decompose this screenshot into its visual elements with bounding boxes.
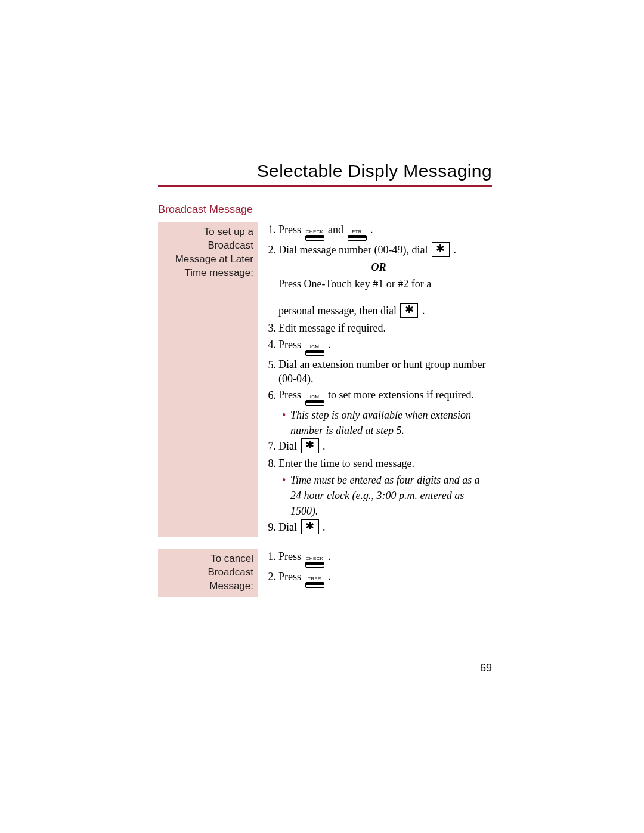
step-text: . — [328, 339, 331, 351]
step-text: . — [422, 305, 425, 317]
icm-button-icon: ICM — [305, 395, 324, 406]
step-text: . — [453, 244, 456, 256]
section-heading: Broadcast Message — [158, 203, 492, 216]
or-label: OR — [265, 259, 492, 275]
ftr-button-icon: FTR — [348, 230, 367, 241]
setup-side-label: To set up a Broadcast Message at Later T… — [158, 222, 258, 537]
step-2-alt-line2: personal message, then dial . — [265, 303, 492, 319]
star-key-icon — [301, 438, 319, 453]
step-number: 9. — [265, 519, 278, 535]
note-text: This step is only available when extensi… — [290, 407, 492, 438]
step-number: 4. — [265, 337, 278, 356]
step-text: Press — [278, 571, 301, 583]
step-text: Enter the time to send message. — [278, 456, 492, 471]
star-key-icon — [432, 242, 450, 257]
page-title: Selectable Disply Messaging — [158, 161, 492, 187]
step-text: . — [323, 440, 326, 452]
step-text: . — [328, 571, 331, 583]
step-8: 8. Enter the time to send message. — [265, 456, 492, 471]
step-number: 1. — [265, 549, 278, 568]
step-3: 3. Edit message if required. — [265, 320, 492, 336]
step-text: Press One-Touch key #1 or #2 for a — [278, 276, 492, 292]
step-text: personal message, then dial — [278, 305, 397, 317]
page-number: 69 — [0, 662, 492, 674]
step-text: Press — [278, 550, 301, 562]
step-7: 7. Dial . — [265, 438, 492, 454]
step-text: Dial — [278, 521, 297, 533]
check-button-icon: CHECK — [305, 556, 324, 568]
step-2-alt-line1: Press One-Touch key #1 or #2 for a — [265, 276, 492, 292]
step-text: to set more extensions if required. — [328, 389, 474, 401]
step-text: Press — [278, 224, 301, 236]
cancel-side-label: To cancel Broadcast Message: — [158, 549, 258, 597]
step-text: Dial — [278, 440, 297, 452]
step-text: Dial message number (00-49), dial — [278, 244, 428, 256]
step-6-note: • This step is only available when exten… — [282, 407, 492, 438]
step-number: 3. — [265, 320, 278, 336]
step-6: 6. Press ICM to set more extensions if r… — [265, 388, 492, 406]
setup-block: To set up a Broadcast Message at Later T… — [158, 222, 492, 537]
star-key-icon — [301, 519, 319, 534]
step-number: 2. — [265, 242, 278, 258]
cancel-step-1: 1. Press CHECK . — [265, 549, 492, 568]
step-text: . — [328, 550, 331, 562]
step-text: Edit message if required. — [278, 320, 492, 336]
step-number: 1. — [265, 222, 278, 241]
step-text: Press — [278, 339, 301, 351]
note-text: Time must be entered as four digits and … — [290, 472, 492, 519]
star-key-icon — [400, 303, 418, 318]
step-9: 9. Dial . — [265, 519, 492, 535]
check-button-icon: CHECK — [305, 230, 324, 241]
trfr-button-icon: TRFR — [305, 577, 324, 588]
step-text: Dial an extension number or hunt group n… — [278, 357, 492, 386]
cancel-step-2: 2. Press TRFR . — [265, 569, 492, 588]
step-number: 7. — [265, 438, 278, 454]
cancel-steps: 1. Press CHECK . 2. Press TRFR . — [258, 549, 492, 597]
step-text: Press — [278, 389, 301, 401]
step-5: 5. Dial an extension number or hunt grou… — [265, 357, 492, 386]
bullet-icon: • — [282, 407, 290, 438]
cancel-block: To cancel Broadcast Message: 1. Press CH… — [158, 549, 492, 597]
step-text: . — [323, 521, 326, 533]
setup-steps: 1. Press CHECK and FTR . 2. Dial message… — [258, 222, 492, 537]
step-number: 8. — [265, 456, 278, 471]
step-4: 4. Press ICM . — [265, 337, 492, 356]
bullet-icon: • — [282, 472, 290, 519]
step-text: . — [370, 224, 373, 236]
step-8-note: • Time must be entered as four digits an… — [282, 472, 492, 519]
step-2: 2. Dial message number (00-49), dial . — [265, 242, 492, 258]
step-number: 2. — [265, 569, 278, 588]
step-number: 5. — [265, 357, 278, 386]
icm-button-icon: ICM — [305, 345, 324, 356]
step-number: 6. — [265, 388, 278, 406]
step-text: and — [328, 224, 343, 236]
step-1: 1. Press CHECK and FTR . — [265, 222, 492, 241]
